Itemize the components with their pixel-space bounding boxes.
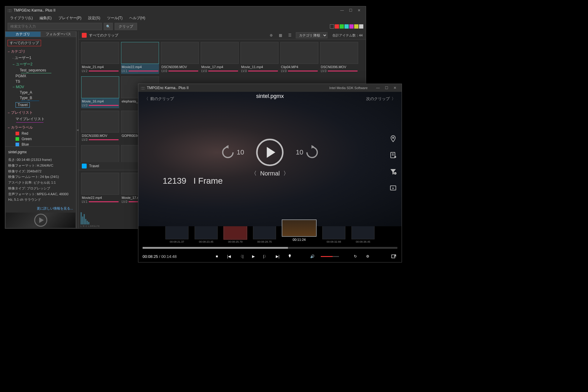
- color-swatch[interactable]: [359, 24, 363, 29]
- tree-type-a[interactable]: Type_A: [6, 90, 75, 95]
- clip-item[interactable]: Movie_16.mp4LV.0: [81, 76, 119, 108]
- clip-bar: [248, 71, 278, 71]
- popout-tool-icon[interactable]: [389, 184, 397, 192]
- skip-back-button[interactable]: 10: [220, 145, 244, 160]
- speed-up-icon[interactable]: 〉: [283, 170, 289, 177]
- sort-select[interactable]: カテゴリ 降順: [296, 32, 327, 38]
- stop-button[interactable]: ■: [213, 253, 220, 260]
- tree-user1[interactable]: · ユーザー1: [6, 55, 75, 61]
- search-button[interactable]: 🔍: [104, 23, 113, 30]
- next-button[interactable]: ▶|: [274, 253, 281, 260]
- filter-tool-icon[interactable]: +: [389, 167, 397, 176]
- next-clip-button[interactable]: 次のクリップ〉: [366, 96, 396, 102]
- clip-level: LV.0: [281, 69, 287, 73]
- add-icon[interactable]: ⊕: [268, 33, 275, 37]
- filmstrip-item[interactable]: 00:08:32.88: [322, 226, 345, 243]
- tree-user2[interactable]: − ユーザー2: [6, 61, 75, 68]
- color-swatch[interactable]: [330, 24, 334, 29]
- player-close-button[interactable]: ✕: [391, 86, 399, 90]
- splitter[interactable]: [76, 31, 79, 228]
- tree-ts[interactable]: TS: [6, 79, 75, 84]
- player-minimize-button[interactable]: ―: [374, 86, 382, 90]
- marker-tool-icon[interactable]: [389, 134, 397, 143]
- filmstrip-item[interactable]: 00:08:38.45: [351, 226, 375, 243]
- clip-filter-button[interactable]: クリップ: [115, 23, 137, 30]
- menu-settings[interactable]: 設定(S): [85, 15, 103, 22]
- filmstrip-time: 00:08:25.79: [228, 240, 243, 243]
- clip-item[interactable]: DSCN0396.MOVLV.0: [320, 42, 358, 74]
- loop-button[interactable]: ↻: [352, 253, 359, 260]
- volume-slider[interactable]: [321, 256, 339, 257]
- player-titlebar[interactable]: TMPGEnc Karma.. Plus II Intel Media SDK …: [138, 84, 402, 92]
- tree-type-b[interactable]: Type_B: [6, 95, 75, 101]
- tree-all-clips[interactable]: すべてのクリップ: [8, 40, 41, 46]
- menu-player[interactable]: プレイヤー(P): [55, 15, 85, 22]
- clip-item[interactable]: Movie_11.mp4LV.0: [240, 42, 278, 74]
- notes-tool-icon[interactable]: +: [389, 151, 397, 159]
- color-swatch[interactable]: [354, 24, 358, 29]
- filmstrip-thumbnail: [351, 226, 375, 239]
- tree-playlist-root[interactable]: − プレイリスト: [6, 109, 75, 116]
- grid-view-icon[interactable]: ▦: [277, 33, 284, 37]
- color-swatch[interactable]: [349, 24, 354, 29]
- color-swatch[interactable]: [335, 24, 339, 29]
- sidebar-preview[interactable]: [6, 213, 75, 228]
- clip-item[interactable]: Movie_17.mp4LV.0: [201, 42, 239, 74]
- menu-library[interactable]: ライブラリ(L): [7, 15, 36, 22]
- tree-color-green[interactable]: Green: [6, 136, 75, 142]
- play-button-overlay[interactable]: [256, 139, 284, 166]
- tree-pgmx[interactable]: PGMX: [6, 73, 75, 79]
- clip-item[interactable]: Movie22.mp4LV.1: [121, 42, 159, 74]
- skip-fwd-button[interactable]: 10: [296, 145, 320, 160]
- clip-item[interactable]: [81, 145, 119, 162]
- tab-category[interactable]: カテゴリ: [5, 31, 41, 37]
- more-info-link[interactable]: 更に詳しい情報を見る...: [5, 205, 76, 212]
- speed-down-icon[interactable]: 〈: [251, 170, 257, 177]
- menu-edit[interactable]: 編集(E): [36, 15, 55, 22]
- search-input[interactable]: [8, 23, 102, 30]
- prev-clip-button[interactable]: 〈前のクリップ: [144, 96, 174, 102]
- settings-button[interactable]: ⚙: [364, 253, 371, 260]
- clip-item[interactable]: Clip04.MP4LV.0: [280, 42, 318, 74]
- prev-button[interactable]: |◀: [225, 253, 233, 260]
- progress-bar[interactable]: [143, 247, 397, 249]
- play-button[interactable]: ▶: [250, 253, 257, 260]
- filmstrip-item[interactable]: 00:08:23.45: [195, 226, 218, 243]
- tree-test-seq[interactable]: Test_sequences: [6, 68, 75, 73]
- fullscreen-button[interactable]: [390, 253, 397, 260]
- color-swatch[interactable]: [340, 24, 344, 29]
- menu-help[interactable]: ヘルプ(H): [126, 15, 148, 22]
- filmstrip-item[interactable]: 00:11:24: [282, 222, 316, 243]
- tree-color-red[interactable]: Red: [6, 131, 75, 136]
- add-marker-button[interactable]: [286, 253, 293, 260]
- filmstrip-item[interactable]: 00:08:28.75: [253, 226, 276, 243]
- tab-folderpath[interactable]: フォルダーパス: [41, 31, 76, 37]
- clip-item[interactable]: Movie_21.mp4LV.2: [81, 42, 119, 74]
- list-view-icon[interactable]: ☰: [286, 33, 293, 37]
- filmstrip-time: 00:08:21.37: [170, 240, 184, 243]
- speed-control[interactable]: 〈 Normal 〉: [251, 170, 289, 177]
- titlebar[interactable]: TMPGEnc Karma.. Plus II ― ☐ ✕: [5, 6, 366, 14]
- filmstrip[interactable]: 00:08:21.3700:08:23.4500:08:25.7900:08:2…: [138, 226, 402, 245]
- video-viewport[interactable]: 10 10 〈 Normal 〉 12139 I Frame + +: [138, 92, 402, 226]
- clip-item[interactable]: DSCN0398.MOVLV.0: [161, 42, 199, 74]
- tree-colorlabel-root[interactable]: − カラーラベル: [6, 124, 75, 131]
- tree-my-playlist[interactable]: マイプレイリスト: [6, 116, 75, 122]
- color-swatch[interactable]: [344, 24, 349, 29]
- close-button[interactable]: ✕: [355, 8, 363, 12]
- tree-category-root[interactable]: − カテゴリ: [6, 48, 75, 55]
- step-back-button[interactable]: 〈|: [237, 253, 245, 260]
- minimize-button[interactable]: ―: [338, 8, 346, 12]
- clip-item[interactable]: DSCN1000.MOVLV.0: [81, 111, 119, 143]
- maximize-button[interactable]: ☐: [346, 8, 355, 12]
- step-fwd-button[interactable]: |〉: [262, 253, 269, 260]
- tree-color-blue[interactable]: Blue: [6, 142, 75, 147]
- volume-icon[interactable]: 🔊: [309, 253, 316, 260]
- player-maximize-button[interactable]: ☐: [382, 86, 391, 90]
- tree-mov[interactable]: − MOV: [6, 84, 75, 90]
- tree-travel[interactable]: Travel: [16, 102, 30, 108]
- filmstrip-item[interactable]: 00:08:25.79: [224, 226, 247, 243]
- menu-tools[interactable]: ツール(T): [104, 15, 126, 22]
- clip-item[interactable]: Movie22.mp4LV.1: [81, 173, 119, 205]
- filmstrip-item[interactable]: 00:08:21.37: [165, 226, 189, 243]
